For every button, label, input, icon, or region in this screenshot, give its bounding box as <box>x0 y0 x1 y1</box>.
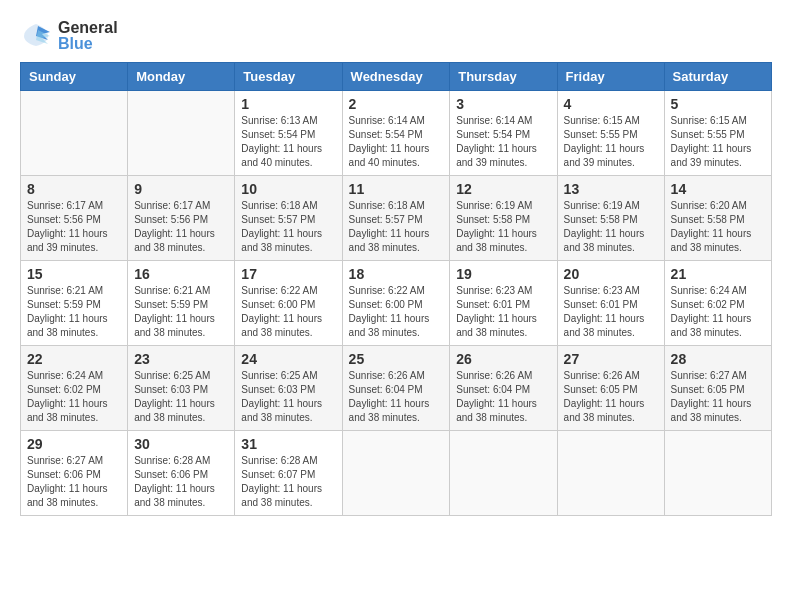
calendar-cell: 24 Sunrise: 6:25 AM Sunset: 6:03 PM Dayl… <box>235 346 342 431</box>
day-number: 30 <box>134 436 228 452</box>
weekday-header-tuesday: Tuesday <box>235 63 342 91</box>
calendar-cell: 3 Sunrise: 6:14 AM Sunset: 5:54 PM Dayli… <box>450 91 557 176</box>
calendar-cell: 23 Sunrise: 6:25 AM Sunset: 6:03 PM Dayl… <box>128 346 235 431</box>
calendar-cell <box>21 91 128 176</box>
day-number: 24 <box>241 351 335 367</box>
calendar-cell: 12 Sunrise: 6:19 AM Sunset: 5:58 PM Dayl… <box>450 176 557 261</box>
day-number: 23 <box>134 351 228 367</box>
day-number: 4 <box>564 96 658 112</box>
calendar-cell: 5 Sunrise: 6:15 AM Sunset: 5:55 PM Dayli… <box>664 91 771 176</box>
day-number: 28 <box>671 351 765 367</box>
page-header: General Blue <box>20 20 772 52</box>
calendar-cell: 14 Sunrise: 6:20 AM Sunset: 5:58 PM Dayl… <box>664 176 771 261</box>
calendar-cell: 21 Sunrise: 6:24 AM Sunset: 6:02 PM Dayl… <box>664 261 771 346</box>
day-number: 26 <box>456 351 550 367</box>
day-number: 15 <box>27 266 121 282</box>
day-info: Sunrise: 6:26 AM Sunset: 6:05 PM Dayligh… <box>564 369 658 425</box>
calendar-cell: 28 Sunrise: 6:27 AM Sunset: 6:05 PM Dayl… <box>664 346 771 431</box>
day-info: Sunrise: 6:17 AM Sunset: 5:56 PM Dayligh… <box>134 199 228 255</box>
calendar-cell <box>450 431 557 516</box>
day-number: 5 <box>671 96 765 112</box>
weekday-header-monday: Monday <box>128 63 235 91</box>
day-number: 16 <box>134 266 228 282</box>
calendar-cell <box>664 431 771 516</box>
calendar-cell: 2 Sunrise: 6:14 AM Sunset: 5:54 PM Dayli… <box>342 91 450 176</box>
day-info: Sunrise: 6:15 AM Sunset: 5:55 PM Dayligh… <box>564 114 658 170</box>
day-info: Sunrise: 6:22 AM Sunset: 6:00 PM Dayligh… <box>241 284 335 340</box>
logo-blue: Blue <box>58 36 118 52</box>
calendar-cell: 4 Sunrise: 6:15 AM Sunset: 5:55 PM Dayli… <box>557 91 664 176</box>
day-number: 14 <box>671 181 765 197</box>
calendar-cell: 10 Sunrise: 6:18 AM Sunset: 5:57 PM Dayl… <box>235 176 342 261</box>
calendar-cell: 25 Sunrise: 6:26 AM Sunset: 6:04 PM Dayl… <box>342 346 450 431</box>
calendar-week-2: 8 Sunrise: 6:17 AM Sunset: 5:56 PM Dayli… <box>21 176 772 261</box>
calendar-cell: 16 Sunrise: 6:21 AM Sunset: 5:59 PM Dayl… <box>128 261 235 346</box>
day-number: 22 <box>27 351 121 367</box>
day-info: Sunrise: 6:18 AM Sunset: 5:57 PM Dayligh… <box>349 199 444 255</box>
logo-text: General Blue <box>58 20 118 52</box>
day-info: Sunrise: 6:20 AM Sunset: 5:58 PM Dayligh… <box>671 199 765 255</box>
day-info: Sunrise: 6:27 AM Sunset: 6:05 PM Dayligh… <box>671 369 765 425</box>
day-number: 27 <box>564 351 658 367</box>
day-number: 9 <box>134 181 228 197</box>
weekday-header-thursday: Thursday <box>450 63 557 91</box>
day-info: Sunrise: 6:17 AM Sunset: 5:56 PM Dayligh… <box>27 199 121 255</box>
day-info: Sunrise: 6:25 AM Sunset: 6:03 PM Dayligh… <box>241 369 335 425</box>
calendar-cell: 15 Sunrise: 6:21 AM Sunset: 5:59 PM Dayl… <box>21 261 128 346</box>
logo: General Blue <box>20 20 118 52</box>
calendar-cell: 18 Sunrise: 6:22 AM Sunset: 6:00 PM Dayl… <box>342 261 450 346</box>
day-info: Sunrise: 6:21 AM Sunset: 5:59 PM Dayligh… <box>27 284 121 340</box>
calendar-cell: 1 Sunrise: 6:13 AM Sunset: 5:54 PM Dayli… <box>235 91 342 176</box>
calendar-cell: 20 Sunrise: 6:23 AM Sunset: 6:01 PM Dayl… <box>557 261 664 346</box>
day-number: 11 <box>349 181 444 197</box>
day-info: Sunrise: 6:19 AM Sunset: 5:58 PM Dayligh… <box>456 199 550 255</box>
calendar-cell <box>557 431 664 516</box>
day-number: 10 <box>241 181 335 197</box>
calendar-cell: 31 Sunrise: 6:28 AM Sunset: 6:07 PM Dayl… <box>235 431 342 516</box>
day-number: 29 <box>27 436 121 452</box>
day-info: Sunrise: 6:28 AM Sunset: 6:06 PM Dayligh… <box>134 454 228 510</box>
calendar-cell: 13 Sunrise: 6:19 AM Sunset: 5:58 PM Dayl… <box>557 176 664 261</box>
day-number: 21 <box>671 266 765 282</box>
day-info: Sunrise: 6:26 AM Sunset: 6:04 PM Dayligh… <box>456 369 550 425</box>
calendar-cell: 9 Sunrise: 6:17 AM Sunset: 5:56 PM Dayli… <box>128 176 235 261</box>
calendar-week-3: 15 Sunrise: 6:21 AM Sunset: 5:59 PM Dayl… <box>21 261 772 346</box>
day-number: 3 <box>456 96 550 112</box>
weekday-header-friday: Friday <box>557 63 664 91</box>
day-info: Sunrise: 6:23 AM Sunset: 6:01 PM Dayligh… <box>564 284 658 340</box>
day-number: 13 <box>564 181 658 197</box>
weekday-header-sunday: Sunday <box>21 63 128 91</box>
calendar-header-row: SundayMondayTuesdayWednesdayThursdayFrid… <box>21 63 772 91</box>
logo-general: General <box>58 20 118 36</box>
calendar-table: SundayMondayTuesdayWednesdayThursdayFrid… <box>20 62 772 516</box>
day-info: Sunrise: 6:22 AM Sunset: 6:00 PM Dayligh… <box>349 284 444 340</box>
logo-wrapper: General Blue <box>20 20 118 52</box>
day-info: Sunrise: 6:19 AM Sunset: 5:58 PM Dayligh… <box>564 199 658 255</box>
day-info: Sunrise: 6:15 AM Sunset: 5:55 PM Dayligh… <box>671 114 765 170</box>
calendar-week-4: 22 Sunrise: 6:24 AM Sunset: 6:02 PM Dayl… <box>21 346 772 431</box>
calendar-cell: 27 Sunrise: 6:26 AM Sunset: 6:05 PM Dayl… <box>557 346 664 431</box>
day-info: Sunrise: 6:14 AM Sunset: 5:54 PM Dayligh… <box>349 114 444 170</box>
day-info: Sunrise: 6:23 AM Sunset: 6:01 PM Dayligh… <box>456 284 550 340</box>
day-number: 12 <box>456 181 550 197</box>
weekday-header-saturday: Saturday <box>664 63 771 91</box>
day-info: Sunrise: 6:14 AM Sunset: 5:54 PM Dayligh… <box>456 114 550 170</box>
day-number: 1 <box>241 96 335 112</box>
day-info: Sunrise: 6:13 AM Sunset: 5:54 PM Dayligh… <box>241 114 335 170</box>
calendar-cell <box>128 91 235 176</box>
day-info: Sunrise: 6:28 AM Sunset: 6:07 PM Dayligh… <box>241 454 335 510</box>
calendar-cell: 17 Sunrise: 6:22 AM Sunset: 6:00 PM Dayl… <box>235 261 342 346</box>
logo-bird-icon <box>20 20 52 52</box>
day-number: 19 <box>456 266 550 282</box>
day-info: Sunrise: 6:25 AM Sunset: 6:03 PM Dayligh… <box>134 369 228 425</box>
day-number: 20 <box>564 266 658 282</box>
day-number: 25 <box>349 351 444 367</box>
day-info: Sunrise: 6:26 AM Sunset: 6:04 PM Dayligh… <box>349 369 444 425</box>
calendar-cell <box>342 431 450 516</box>
day-number: 18 <box>349 266 444 282</box>
day-info: Sunrise: 6:27 AM Sunset: 6:06 PM Dayligh… <box>27 454 121 510</box>
day-info: Sunrise: 6:21 AM Sunset: 5:59 PM Dayligh… <box>134 284 228 340</box>
calendar-cell: 22 Sunrise: 6:24 AM Sunset: 6:02 PM Dayl… <box>21 346 128 431</box>
day-number: 17 <box>241 266 335 282</box>
calendar-cell: 26 Sunrise: 6:26 AM Sunset: 6:04 PM Dayl… <box>450 346 557 431</box>
